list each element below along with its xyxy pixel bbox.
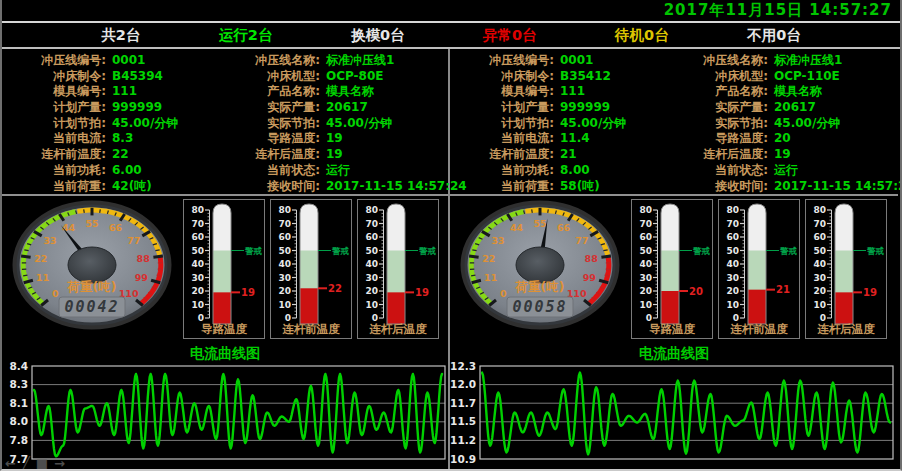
thermo-tick-label: 20 bbox=[726, 286, 739, 296]
info-value: 6.00 bbox=[106, 163, 208, 179]
thermo-tick-label: 40 bbox=[639, 259, 652, 269]
gauge-digital-readout: 00058 bbox=[512, 298, 567, 316]
info-value: 45.00/分钟 bbox=[554, 116, 656, 132]
thermo-tick-label: 30 bbox=[278, 273, 291, 283]
thermometer-rod-front: 80706050403020100警戒22连杆前温度 bbox=[270, 199, 352, 339]
info-label: 当前电流: bbox=[450, 131, 554, 147]
load-gauge: 0112233445566778899110荷重(吨)00042 bbox=[8, 199, 178, 345]
thermo-tick-label: 50 bbox=[365, 246, 378, 256]
info-value: 42(吨) bbox=[106, 179, 208, 195]
info-value: 运行 bbox=[320, 163, 467, 179]
current-chart-block: 电流曲线图 12.312.011.711.511.210.9 bbox=[450, 345, 898, 471]
info-label: 当前功耗: bbox=[450, 163, 554, 179]
thermo-name-label: 导路温度 bbox=[201, 322, 248, 336]
thermo-warn-label: 警戒 bbox=[331, 246, 350, 256]
info-label: 连杆前温度: bbox=[2, 147, 106, 163]
current-waveform bbox=[34, 374, 442, 456]
thermo-tick-label: 10 bbox=[726, 300, 739, 310]
machine-panel-2: 冲压线编号:0001冲压线名称:标准冲压线1冲床制令:B35412冲床机型:OC… bbox=[450, 49, 898, 471]
thermo-tick-label: 80 bbox=[726, 205, 739, 215]
thermo-mercury bbox=[300, 288, 318, 324]
info-value: 999999 bbox=[106, 100, 208, 116]
info-value: 999999 bbox=[554, 100, 656, 116]
chart-ytick-label: 8.0 bbox=[9, 415, 28, 427]
thermo-tick-label: 10 bbox=[278, 300, 291, 310]
chart-ytick-label: 8.3 bbox=[9, 378, 28, 390]
info-label: 实际产量: bbox=[208, 100, 320, 116]
thermo-name-label: 导路温度 bbox=[649, 322, 696, 336]
thermo-tick-label: 50 bbox=[639, 246, 652, 256]
info-label: 当前荷重: bbox=[2, 179, 106, 195]
info-value: 标准冲压线1 bbox=[320, 53, 467, 69]
info-label: 产品名称: bbox=[656, 84, 768, 100]
thermo-name-label: 连杆后温度 bbox=[817, 322, 875, 336]
scada-dashboard: 2017年11月15日 14:57:27 共2台运行2台换模0台异常0台待机0台… bbox=[0, 0, 902, 471]
info-value: 45.00/分钟 bbox=[768, 116, 902, 132]
chart-scroll-left-icon[interactable]: ← bbox=[5, 458, 16, 470]
thermo-warn-label: 警戒 bbox=[866, 246, 885, 256]
info-value: 20 bbox=[768, 131, 902, 147]
info-label: 当前状态: bbox=[208, 163, 320, 179]
time-bar: 2017年11月15日 14:57:27 bbox=[2, 0, 900, 21]
chart-ytick-label: 10.9 bbox=[450, 453, 476, 465]
gauge-tick-label: 99 bbox=[583, 272, 596, 283]
gauge-tick-label: 0 bbox=[500, 288, 507, 299]
thermo-tick-label: 60 bbox=[813, 232, 826, 242]
gauge-tick-label: 77 bbox=[575, 235, 588, 246]
thermo-mercury bbox=[835, 293, 853, 325]
info-label: 当前功耗: bbox=[2, 163, 106, 179]
thermo-tick-label: 20 bbox=[191, 286, 204, 296]
info-label: 实际产量: bbox=[656, 100, 768, 116]
thermo-tick-label: 20 bbox=[813, 286, 826, 296]
info-label: 接收时间: bbox=[208, 179, 320, 195]
status-item-4: 待机0台 bbox=[615, 26, 669, 45]
gauge-tick-label: 88 bbox=[137, 253, 151, 264]
chart-ytick-label: 8.1 bbox=[9, 397, 28, 409]
chart-pencil-icon[interactable]: ╱ bbox=[22, 458, 30, 470]
thermo-tick-label: 80 bbox=[813, 205, 826, 215]
thermo-tick-label: 80 bbox=[365, 205, 378, 215]
gauge-tick-label: 22 bbox=[482, 253, 495, 264]
thermo-tick-label: 20 bbox=[365, 286, 378, 296]
thermometer-rod-rear: 80706050403020100警戒19连杆后温度 bbox=[805, 199, 887, 339]
info-value: 21 bbox=[554, 147, 656, 163]
thermo-tick-label: 50 bbox=[191, 246, 204, 256]
thermo-tick-label: 40 bbox=[813, 259, 826, 269]
gauge-tick-label: 66 bbox=[109, 222, 123, 233]
gauge-tick-label: 44 bbox=[62, 222, 76, 233]
info-value: B35412 bbox=[554, 69, 656, 85]
thermo-mercury bbox=[661, 291, 679, 324]
gauge-tick-label: 33 bbox=[491, 235, 504, 246]
chart-stop-icon[interactable]: ■ bbox=[36, 458, 48, 470]
gauge-tick-label: 66 bbox=[557, 222, 571, 233]
gauge-tick-label: 55 bbox=[533, 218, 546, 229]
info-value: 20617 bbox=[320, 100, 467, 116]
thermo-tick-label: 10 bbox=[191, 300, 204, 310]
info-label: 计划节拍: bbox=[2, 116, 106, 132]
chart-title: 电流曲线图 bbox=[450, 345, 898, 361]
thermometer-rod-front: 80706050403020100警戒21连杆前温度 bbox=[718, 199, 800, 339]
info-value: OCP-110E bbox=[768, 69, 902, 85]
info-label: 实际节拍: bbox=[208, 116, 320, 132]
info-label: 接收时间: bbox=[656, 179, 768, 195]
info-value: 111 bbox=[106, 84, 208, 100]
thermo-warn-label: 警戒 bbox=[244, 246, 263, 256]
status-item-3: 异常0台 bbox=[483, 26, 537, 45]
info-value: 模具名称 bbox=[768, 84, 902, 100]
chart-ytick-label: 11.5 bbox=[450, 415, 476, 427]
thermometer-guide: 80706050403020100警戒20导路温度 bbox=[631, 199, 713, 339]
chart-scroll-right-icon[interactable]: → bbox=[54, 458, 65, 470]
thermo-tick-label: 40 bbox=[726, 259, 739, 269]
thermo-name-label: 连杆前温度 bbox=[730, 322, 788, 336]
thermo-tick-label: 60 bbox=[365, 232, 378, 242]
info-label: 冲床机型: bbox=[656, 69, 768, 85]
thermo-tick-label: 40 bbox=[191, 259, 204, 269]
gauge-tick-label: 0 bbox=[52, 288, 59, 299]
thermo-tick-label: 20 bbox=[639, 286, 652, 296]
info-value: 11.4 bbox=[554, 131, 656, 147]
info-value: 0001 bbox=[554, 53, 656, 69]
info-value: 2017-11-15 14:57:24 bbox=[320, 179, 467, 195]
info-value: 19 bbox=[320, 131, 467, 147]
status-item-5: 不用0台 bbox=[747, 26, 801, 45]
thermo-value: 22 bbox=[328, 283, 342, 294]
